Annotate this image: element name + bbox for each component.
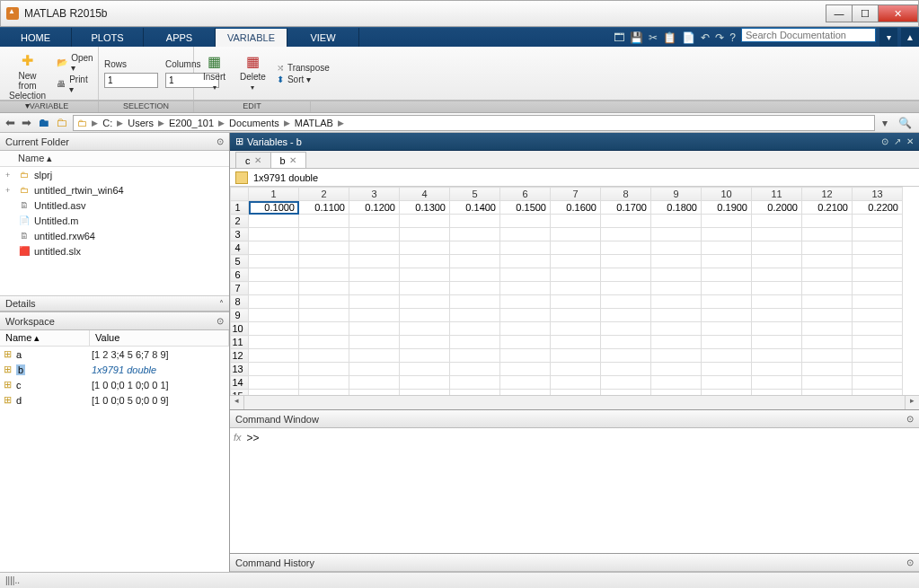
- row-header[interactable]: 10: [231, 322, 249, 336]
- cell[interactable]: [400, 215, 450, 228]
- cell[interactable]: [551, 363, 601, 376]
- cell[interactable]: [651, 309, 702, 322]
- login-button[interactable]: ▾: [879, 28, 897, 47]
- cell[interactable]: [702, 268, 752, 282]
- rows-input[interactable]: [104, 73, 158, 88]
- search-input[interactable]: [741, 28, 876, 42]
- cell[interactable]: [450, 228, 500, 241]
- cell[interactable]: [249, 349, 299, 363]
- cell[interactable]: [651, 228, 702, 241]
- cell[interactable]: [702, 349, 752, 363]
- panel-menu-icon[interactable]: ⊙: [881, 136, 888, 146]
- cell[interactable]: [802, 376, 853, 390]
- tab-apps[interactable]: APPS: [144, 28, 216, 47]
- cell[interactable]: [702, 228, 752, 241]
- panel-menu-icon[interactable]: ⊙: [216, 316, 224, 326]
- up-button[interactable]: 🖿: [36, 116, 51, 129]
- cell[interactable]: 0.2000: [752, 201, 802, 215]
- cell[interactable]: [802, 295, 853, 309]
- cell[interactable]: [299, 255, 349, 268]
- cell[interactable]: [400, 376, 450, 390]
- cell[interactable]: [500, 349, 551, 363]
- qat-icon[interactable]: 🗔: [614, 31, 624, 44]
- cell[interactable]: [651, 363, 702, 376]
- cell[interactable]: [802, 309, 853, 322]
- cell[interactable]: [702, 295, 752, 309]
- cell[interactable]: [551, 295, 601, 309]
- minimize-button[interactable]: —: [826, 4, 853, 22]
- redo-icon[interactable]: ↷: [715, 31, 724, 44]
- cell[interactable]: [500, 215, 551, 228]
- row-header[interactable]: 2: [231, 215, 249, 228]
- cell[interactable]: [450, 241, 500, 255]
- cell[interactable]: [349, 363, 400, 376]
- cell[interactable]: [299, 336, 349, 349]
- cell[interactable]: [651, 322, 702, 336]
- cell[interactable]: [551, 215, 601, 228]
- cell[interactable]: [651, 376, 702, 390]
- variables-header[interactable]: ⊞ Variables - b ⊙ ↗ ✕: [230, 133, 919, 151]
- cell[interactable]: [802, 390, 853, 396]
- col-header[interactable]: 10: [702, 188, 752, 201]
- row-header[interactable]: 12: [231, 349, 249, 363]
- cell[interactable]: [853, 309, 903, 322]
- cell[interactable]: [349, 376, 400, 390]
- cell[interactable]: [551, 282, 601, 295]
- col-header[interactable]: 3: [349, 188, 400, 201]
- row-header[interactable]: 5: [231, 255, 249, 268]
- cell[interactable]: [853, 390, 903, 396]
- sort-button[interactable]: ⬍Sort ▾: [277, 75, 330, 84]
- workspace-row[interactable]: ⊞ c [1 0 0;0 1 0;0 0 1]: [0, 377, 229, 392]
- cell[interactable]: [651, 349, 702, 363]
- paste-icon[interactable]: 📄: [682, 31, 695, 44]
- command-window-header[interactable]: Command Window⊙: [230, 410, 919, 428]
- workspace-list[interactable]: ⊞ a [1 2 3;4 5 6;7 8 9] ⊞ b 1x9791 doubl…: [0, 347, 229, 572]
- cell[interactable]: [299, 228, 349, 241]
- fx-icon[interactable]: fx: [234, 432, 242, 549]
- cell[interactable]: [249, 390, 299, 396]
- cell[interactable]: [802, 349, 853, 363]
- cell[interactable]: [249, 255, 299, 268]
- undo-icon[interactable]: ↶: [701, 31, 710, 44]
- col-header[interactable]: 12: [802, 188, 853, 201]
- cell[interactable]: [702, 322, 752, 336]
- cell[interactable]: [752, 376, 802, 390]
- cell[interactable]: [500, 322, 551, 336]
- cell[interactable]: [500, 376, 551, 390]
- cut-icon[interactable]: ✂: [649, 31, 658, 44]
- cell[interactable]: [651, 282, 702, 295]
- cell[interactable]: [702, 215, 752, 228]
- cell[interactable]: [450, 282, 500, 295]
- path-dropdown[interactable]: ▾: [879, 117, 891, 129]
- cell[interactable]: [702, 376, 752, 390]
- cell[interactable]: [651, 241, 702, 255]
- col-header[interactable]: 4: [400, 188, 450, 201]
- cell[interactable]: [601, 349, 651, 363]
- file-item[interactable]: 📄 Untitled.m: [0, 213, 229, 228]
- copy-icon[interactable]: 📋: [663, 31, 676, 44]
- col-header[interactable]: 9: [651, 188, 702, 201]
- close-button[interactable]: ✕: [878, 4, 918, 22]
- cell[interactable]: [500, 268, 551, 282]
- cell[interactable]: [752, 322, 802, 336]
- file-item[interactable]: 🗎 Untitled.asv: [0, 197, 229, 213]
- cell[interactable]: [400, 390, 450, 396]
- cell[interactable]: [349, 282, 400, 295]
- cell[interactable]: [752, 390, 802, 396]
- cell[interactable]: [400, 349, 450, 363]
- cell[interactable]: [752, 309, 802, 322]
- cell[interactable]: [500, 390, 551, 396]
- cell[interactable]: [702, 363, 752, 376]
- cell[interactable]: [802, 282, 853, 295]
- cell[interactable]: [450, 376, 500, 390]
- cell[interactable]: [450, 215, 500, 228]
- cell[interactable]: [601, 241, 651, 255]
- cell[interactable]: 0.1900: [702, 201, 752, 215]
- cell[interactable]: [551, 376, 601, 390]
- cell[interactable]: [601, 255, 651, 268]
- cell[interactable]: [601, 322, 651, 336]
- cell[interactable]: [450, 349, 500, 363]
- cell[interactable]: 0.1200: [349, 201, 400, 215]
- cell[interactable]: [450, 295, 500, 309]
- cell[interactable]: [551, 255, 601, 268]
